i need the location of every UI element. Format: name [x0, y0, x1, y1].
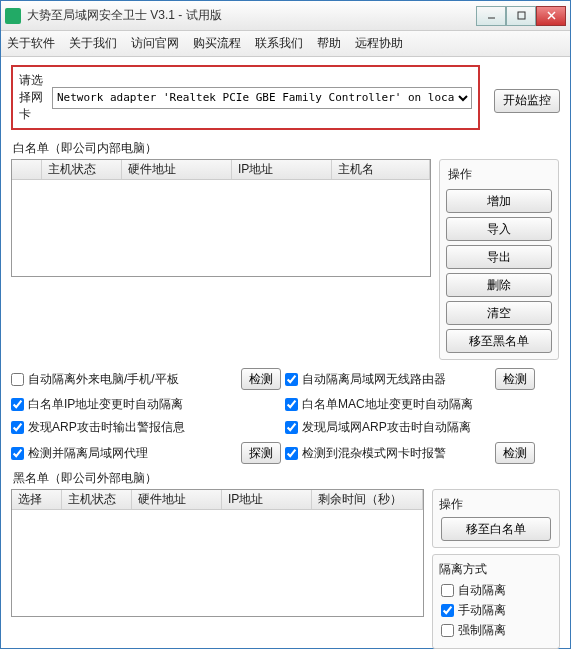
detect-external-button[interactable]: 检测 [241, 368, 281, 390]
bcol-select: 选择 [12, 490, 62, 509]
move-to-blacklist-button[interactable]: 移至黑名单 [446, 329, 552, 353]
import-button[interactable]: 导入 [446, 217, 552, 241]
isolation-mode: 隔离方式 自动隔离 手动隔离 强制隔离 [432, 554, 560, 649]
ops-title: 操作 [448, 166, 552, 183]
detect-promisc-button[interactable]: 检测 [495, 442, 535, 464]
opt-mac-change[interactable]: 白名单MAC地址变更时自动隔离 [285, 396, 495, 413]
export-button[interactable]: 导出 [446, 245, 552, 269]
options-grid: 自动隔离外来电脑/手机/平板 检测 自动隔离局域网无线路由器 检测 白名单IP地… [11, 368, 560, 464]
iso-auto[interactable]: 自动隔离 [441, 582, 551, 599]
clear-button[interactable]: 清空 [446, 301, 552, 325]
bops-title: 操作 [439, 496, 551, 513]
delete-button[interactable]: 删除 [446, 273, 552, 297]
menu-about-us[interactable]: 关于我们 [69, 35, 117, 52]
iso-force[interactable]: 强制隔离 [441, 622, 551, 639]
menu-about-software[interactable]: 关于软件 [7, 35, 55, 52]
probe-button[interactable]: 探测 [241, 442, 281, 464]
blacklist-table[interactable]: 选择 主机状态 硬件地址 IP地址 剩余时间（秒） [11, 489, 424, 617]
adapter-row: 请选择网卡 Network adapter 'Realtek PCIe GBE … [11, 65, 560, 136]
detect-router-button[interactable]: 检测 [495, 368, 535, 390]
whitelist-ops: 操作 增加 导入 导出 删除 清空 移至黑名单 [439, 159, 559, 360]
maximize-button[interactable] [506, 6, 536, 26]
opt-promisc-alert[interactable]: 检测到混杂模式网卡时报警 [285, 445, 495, 462]
opt-ip-change[interactable]: 白名单IP地址变更时自动隔离 [11, 396, 241, 413]
bcol-ip: IP地址 [222, 490, 312, 509]
opt-auto-isolate-router[interactable]: 自动隔离局域网无线路由器 [285, 371, 495, 388]
iso-manual[interactable]: 手动隔离 [441, 602, 551, 619]
col-mac: 硬件地址 [122, 160, 232, 179]
minimize-button[interactable] [476, 6, 506, 26]
blacklist-row: 选择 主机状态 硬件地址 IP地址 剩余时间（秒） 操作 移至白名单 隔离方式 … [11, 489, 560, 649]
add-button[interactable]: 增加 [446, 189, 552, 213]
start-monitor-button[interactable]: 开始监控 [494, 89, 560, 113]
content: 请选择网卡 Network adapter 'Realtek PCIe GBE … [1, 57, 570, 649]
opt-auto-isolate-external[interactable]: 自动隔离外来电脑/手机/平板 [11, 371, 241, 388]
menu-visit-site[interactable]: 访问官网 [131, 35, 179, 52]
bcol-remain: 剩余时间（秒） [312, 490, 423, 509]
blacklist-header: 选择 主机状态 硬件地址 IP地址 剩余时间（秒） [12, 490, 423, 510]
col-hostname: 主机名 [332, 160, 430, 179]
menu-remote-assist[interactable]: 远程协助 [355, 35, 403, 52]
whitelist-header: 主机状态 硬件地址 IP地址 主机名 [12, 160, 430, 180]
col-ip: IP地址 [232, 160, 332, 179]
titlebar: 大势至局域网安全卫士 V3.1 - 试用版 [1, 1, 570, 31]
blacklist-side: 操作 移至白名单 隔离方式 自动隔离 手动隔离 强制隔离 隔离选项 禁止访问内网… [432, 489, 560, 649]
whitelist-row: 主机状态 硬件地址 IP地址 主机名 操作 增加 导入 导出 删除 清空 移至黑… [11, 159, 560, 360]
app-window: 大势至局域网安全卫士 V3.1 - 试用版 关于软件 关于我们 访问官网 购买流… [0, 0, 571, 649]
menu-purchase[interactable]: 购买流程 [193, 35, 241, 52]
svg-rect-1 [518, 12, 525, 19]
close-button[interactable] [536, 6, 566, 26]
bcol-state: 主机状态 [62, 490, 132, 509]
opt-arp-alert[interactable]: 发现ARP攻击时输出警报信息 [11, 419, 241, 436]
menubar: 关于软件 关于我们 访问官网 购买流程 联系我们 帮助 远程协助 [1, 31, 570, 57]
window-controls [476, 6, 566, 26]
bcol-mac: 硬件地址 [132, 490, 222, 509]
app-icon [5, 8, 21, 24]
adapter-select[interactable]: Network adapter 'Realtek PCIe GBE Family… [52, 87, 472, 109]
adapter-label: 请选择网卡 [19, 72, 46, 123]
whitelist-label: 白名单（即公司内部电脑） [13, 140, 560, 157]
blacklist-label: 黑名单（即公司外部电脑） [13, 470, 560, 487]
menu-help[interactable]: 帮助 [317, 35, 341, 52]
move-to-whitelist-button[interactable]: 移至白名单 [441, 517, 551, 541]
col-host-state: 主机状态 [42, 160, 122, 179]
menu-contact[interactable]: 联系我们 [255, 35, 303, 52]
opt-arp-isolate[interactable]: 发现局域网ARP攻击时自动隔离 [285, 419, 495, 436]
opt-proxy-detect[interactable]: 检测并隔离局域网代理 [11, 445, 241, 462]
window-title: 大势至局域网安全卫士 V3.1 - 试用版 [27, 7, 476, 24]
iso-mode-title: 隔离方式 [439, 561, 551, 578]
blacklist-ops: 操作 移至白名单 [432, 489, 560, 548]
whitelist-table[interactable]: 主机状态 硬件地址 IP地址 主机名 [11, 159, 431, 277]
